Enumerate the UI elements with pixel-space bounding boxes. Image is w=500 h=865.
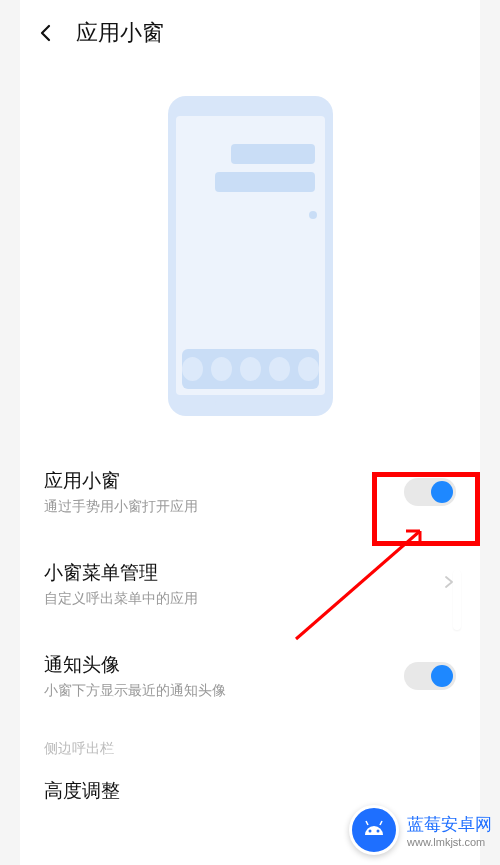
setting-desc: 小窗下方显示最近的通知头像: [44, 682, 404, 700]
setting-title: 小窗菜单管理: [44, 560, 442, 586]
watermark-title: 蓝莓安卓网: [407, 813, 492, 836]
phone-home-bar: [215, 401, 285, 406]
watermark: 蓝莓安卓网 www.lmkjst.com: [349, 805, 492, 855]
section-label-side: 侧边呼出栏: [44, 722, 456, 764]
chat-bubble: [231, 144, 315, 164]
setting-app-window: 应用小窗 通过手势用小窗打开应用: [44, 446, 456, 538]
header: 应用小窗: [20, 0, 480, 66]
chat-bubble: [215, 172, 315, 192]
setting-menu-manage[interactable]: 小窗菜单管理 自定义呼出菜单中的应用: [44, 538, 456, 630]
svg-point-1: [377, 830, 380, 833]
dock-app-icon: [182, 357, 203, 381]
watermark-logo-icon: [349, 805, 399, 855]
setting-notif-avatar: 通知头像 小窗下方显示最近的通知头像: [44, 630, 456, 722]
side-handle[interactable]: [453, 570, 461, 630]
dock-app-icon: [269, 357, 290, 381]
watermark-url: www.lmkjst.com: [407, 836, 492, 848]
phone-screen: [176, 116, 325, 395]
dock-app-icon: [298, 357, 319, 381]
setting-title: 高度调整: [44, 778, 456, 804]
back-icon[interactable]: [34, 21, 58, 45]
setting-desc: 通过手势用小窗打开应用: [44, 498, 404, 516]
phone-mockup: [168, 96, 333, 416]
dock-app-icon: [211, 357, 232, 381]
phone-dock: [182, 349, 319, 389]
preview-illustration: [20, 66, 480, 446]
notif-avatar-toggle[interactable]: [404, 662, 456, 690]
setting-title: 通知头像: [44, 652, 404, 678]
svg-point-0: [369, 830, 372, 833]
setting-title: 应用小窗: [44, 468, 404, 494]
svg-line-3: [380, 821, 382, 825]
svg-line-2: [366, 821, 368, 825]
chat-dot: [309, 211, 317, 219]
app-window-toggle[interactable]: [404, 478, 456, 506]
page-title: 应用小窗: [76, 18, 164, 48]
dock-app-icon: [240, 357, 261, 381]
setting-desc: 自定义呼出菜单中的应用: [44, 590, 442, 608]
